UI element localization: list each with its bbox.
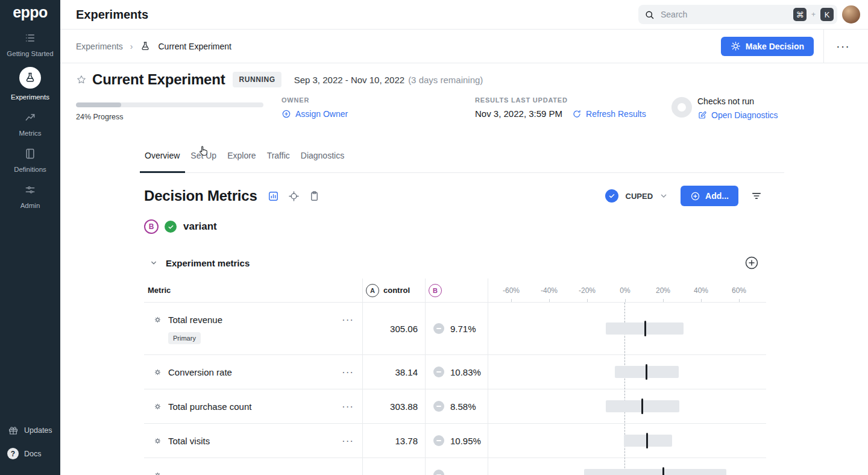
metric-gear-icon [153,436,163,446]
control-value-cell: 305.06 [362,303,425,354]
table-row: Conversion rate ··· 38.14 10.83% [144,355,766,389]
collapse-chevron-icon[interactable] [149,259,158,267]
sliders-icon [23,183,37,197]
tab-explore[interactable]: Explore [227,139,256,172]
axis-tick-label: -60% [503,286,520,295]
tab-diagnostics[interactable]: Diagnostics [300,139,345,172]
chart-axis: -60%-40%-20%0%20%40%60% [488,278,766,302]
star-icon[interactable] [76,74,87,85]
neutral-status-icon [433,470,444,475]
decision-metrics-actions: CUPED Add... [605,186,763,206]
view-chart-icon[interactable] [266,189,281,203]
question-icon: ? [7,448,19,459]
results-section: RESULTS LAST UPDATED Nov 3, 2022, 3:59 P… [475,96,646,119]
control-value: 303.88 [390,401,418,412]
breadcrumb-parent[interactable]: Experiments [76,42,123,51]
add-metric-button[interactable]: Add... [681,186,738,206]
sidebar-item-getting-started[interactable]: Getting Started [0,26,60,62]
ci-chart-cell [488,424,766,458]
refresh-icon [572,109,582,119]
axis-tick-mark [511,299,512,302]
refresh-results-link[interactable]: Refresh Results [572,109,646,119]
experiment-title: Current Experiment [92,71,225,88]
metric-cell: Conversion rate ··· [144,355,362,389]
sidebar-item-label: Definitions [14,166,46,173]
table-row: Total purchase count ··· 303.88 8.58% [144,389,766,424]
sidebar-item-metrics[interactable]: Metrics [0,105,60,142]
decision-icon [731,41,741,51]
ci-chart-cell [488,458,766,475]
decision-metrics-title: Decision Metrics [144,187,257,204]
add-metric-plus-icon[interactable] [744,256,759,270]
cuped-dropdown[interactable]: CUPED [626,192,653,201]
cuped-check-icon[interactable] [605,189,618,203]
metrics-table: Metric A control B -60%-40%-20%0%20%40%6… [144,278,766,475]
tab-traffic[interactable]: Traffic [266,139,291,172]
metric-gear-icon [153,401,163,412]
more-menu-button[interactable]: ··· [834,37,852,55]
chevron-down-icon[interactable] [659,191,668,201]
sidebar-item-definitions[interactable]: Definitions [0,142,60,178]
shortcut-plus: + [811,10,816,19]
progress-bar [76,102,263,107]
control-value: 305.06 [390,324,418,334]
row-more-button[interactable]: ··· [339,400,356,413]
avatar[interactable] [842,5,860,24]
topbar: Experiments ⌘ + K [60,0,868,30]
table-row: Total revenue ··· Primary 305.06 9.71% [144,303,766,355]
tab-overview[interactable]: Overview [144,139,180,172]
sidebar-item-docs[interactable]: ?Docs [0,442,60,465]
sidebar-item-label: Experiments [11,93,49,101]
sidebar-bottom: Updates?Docs [0,418,60,465]
sidebar-item-admin[interactable]: Admin [0,178,60,214]
search-box[interactable]: ⌘ + K [638,5,837,24]
metrics-rows: Total revenue ··· Primary 305.06 9.71% C… [144,303,766,475]
breadcrumb-current: Current Experiment [158,42,231,51]
sidebar-item-updates[interactable]: Updates [0,418,60,442]
cmd-key: ⌘ [793,8,807,21]
flask-icon [19,67,41,89]
point-estimate-tick [646,364,647,380]
search-input[interactable] [659,9,788,20]
refresh-results-label: Refresh Results [586,109,646,119]
make-decision-button[interactable]: Make Decision [721,37,814,56]
assign-owner-link[interactable]: Assign Owner [281,109,348,119]
tab-bar: OverviewSet UpExploreTrafficDiagnostics [144,139,784,173]
tab-set-up[interactable]: Set Up [190,139,217,172]
neutral-status-icon [433,366,444,377]
sidebar-item-experiments[interactable]: Experiments [0,62,60,105]
neutral-status-icon [433,323,444,334]
experiment-header: Current Experiment RUNNING Sep 3, 2022 -… [60,63,868,139]
axis-tick-label: -40% [541,286,558,295]
axis-tick-label: -20% [579,286,596,295]
section-title: Experiment metrics [166,258,250,268]
flask-icon [140,41,151,52]
lift-value: 8.58% [450,401,476,412]
open-diagnostics-link[interactable]: Open Diagnostics [697,110,778,120]
control-value: 38.14 [395,367,418,377]
decision-metrics-header: Decision Metrics CUPED [144,186,766,206]
owner-section: OWNER Assign Owner [281,96,348,121]
ci-chart-cell [488,355,766,389]
row-more-button[interactable]: ··· [339,313,356,326]
variant-check-icon [165,221,177,233]
plus-circle-icon [690,191,700,201]
axis-tick-label: 0% [620,286,630,295]
plus-circle-icon [281,109,291,119]
metric-cell: Total purchase count ··· [144,389,362,423]
sidebar: eppo Getting Started Experiments Metrics… [0,0,60,475]
row-more-button[interactable]: ··· [339,469,356,475]
metric-name: Total purchase count [168,401,251,412]
sidebar-item-label: Docs [24,450,41,458]
edit-icon [697,110,707,120]
variant-value-cell [425,458,488,475]
variant-a-badge: A [366,284,379,297]
filter-icon[interactable] [750,190,763,202]
row-more-button[interactable]: ··· [339,366,356,379]
list-icon [23,31,37,45]
row-more-button[interactable]: ··· [339,435,356,447]
metric-gear-icon [153,470,163,475]
book-icon [23,146,37,161]
target-icon[interactable] [287,189,301,203]
clipboard-icon[interactable] [307,189,322,203]
